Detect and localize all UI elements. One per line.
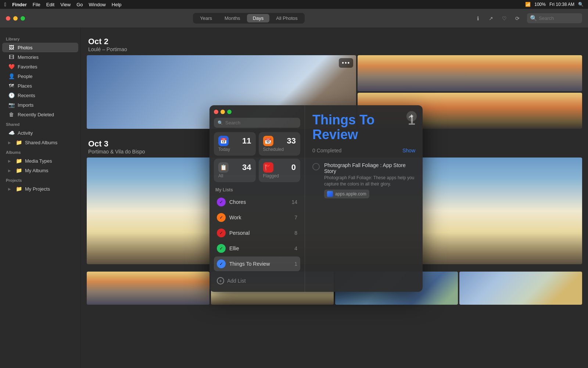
memories-icon: 🎞 bbox=[8, 54, 15, 60]
reminders-search-icon: 🔍 bbox=[218, 120, 223, 125]
maximize-button[interactable] bbox=[21, 16, 25, 21]
share-icon[interactable]: ↗ bbox=[486, 13, 496, 24]
menubar-search-icon[interactable]: 🔍 bbox=[578, 2, 584, 7]
all-label: All bbox=[218, 173, 251, 178]
sidebar-label-deleted: Recently Deleted bbox=[18, 112, 54, 117]
tab-all-photos[interactable]: All Photos bbox=[270, 14, 304, 22]
work-label: Work bbox=[229, 215, 294, 220]
sidebar-label-memories: Memories bbox=[18, 54, 39, 60]
sidebar-label-shared-albums: Shared Albums bbox=[25, 140, 57, 145]
favorites-icon: ❤️ bbox=[8, 64, 15, 70]
tab-days[interactable]: Days bbox=[247, 14, 270, 22]
today-icon: 📅 bbox=[218, 136, 229, 146]
sidebar-label-my-projects: My Projects bbox=[25, 186, 50, 192]
reminder-link-badge[interactable]: apps.apple.com bbox=[324, 190, 369, 198]
my-albums-icon: 📁 bbox=[15, 167, 22, 173]
list-item-chores[interactable]: ✓ Chores 14 bbox=[214, 195, 300, 209]
sidebar-item-deleted[interactable]: 🗑 Recently Deleted bbox=[2, 110, 78, 119]
reminders-min-btn[interactable] bbox=[220, 110, 225, 114]
menu-file[interactable]: File bbox=[33, 2, 40, 7]
today-label: Today bbox=[218, 147, 251, 152]
menu-window[interactable]: Window bbox=[89, 2, 106, 7]
my-lists-label: My Lists bbox=[214, 187, 300, 192]
photos-main-content: Oct 2 Loulé – Portimao ••• bbox=[81, 28, 588, 368]
date-header-oct2: Oct 2 Loulé – Portimao bbox=[87, 34, 582, 55]
photo-more-options[interactable]: ••• bbox=[339, 58, 353, 68]
reminders-search-bar[interactable]: 🔍 bbox=[214, 118, 300, 128]
close-button[interactable] bbox=[6, 16, 10, 21]
reminders-detail-panel: + Things To Review 1 0 Completed Show bbox=[305, 105, 423, 292]
personal-count: 8 bbox=[294, 230, 297, 236]
recents-icon: 🕐 bbox=[8, 92, 15, 98]
reminder-content: Photograph Fall Foliage : App Store Stor… bbox=[324, 162, 415, 198]
sidebar-label-favorites: Favorites bbox=[18, 64, 37, 70]
add-list-button[interactable]: + Add List bbox=[214, 274, 300, 287]
list-item-work[interactable]: ✓ Work 7 bbox=[214, 210, 300, 225]
flagged-label: Flagged bbox=[263, 173, 296, 178]
library-section-label: Library bbox=[0, 34, 80, 43]
sidebar-item-my-projects[interactable]: ▶ 📁 My Projects bbox=[2, 184, 78, 194]
add-list-label: Add List bbox=[227, 278, 246, 284]
media-types-icon: 📁 bbox=[15, 158, 22, 164]
all-icon: 📋 bbox=[218, 162, 229, 173]
expand-icon-media: ▶ bbox=[8, 159, 11, 163]
sidebar-item-media-types[interactable]: ▶ 📁 Media Types bbox=[2, 156, 78, 166]
menu-help[interactable]: Help bbox=[112, 2, 122, 7]
menu-go[interactable]: Go bbox=[76, 2, 83, 7]
sidebar-item-my-albums[interactable]: ▶ 📁 My Albums bbox=[2, 166, 78, 175]
menu-edit[interactable]: Edit bbox=[46, 2, 54, 7]
list-item-ellie[interactable]: ✓ Ellie 4 bbox=[214, 241, 300, 256]
menu-view[interactable]: View bbox=[60, 2, 71, 7]
sidebar-item-activity[interactable]: ☁️ Activity bbox=[2, 128, 78, 138]
sidebar-item-shared-albums[interactable]: ▶ 📁 Shared Albums bbox=[2, 138, 78, 147]
sidebar-item-imports[interactable]: 📷 Imports bbox=[2, 100, 78, 110]
stat-card-flagged[interactable]: 🚩 0 Flagged bbox=[259, 159, 301, 182]
reminders-window-controls bbox=[214, 110, 300, 114]
stat-card-scheduled[interactable]: 📆 33 Scheduled bbox=[259, 132, 301, 156]
sidebar-item-recents[interactable]: 🕐 Recents bbox=[2, 91, 78, 100]
app-body: Library 🖼 Photos 🎞 Memories ❤️ Favorites… bbox=[0, 28, 588, 368]
reminder-checkbox[interactable] bbox=[312, 163, 320, 170]
flagged-count: 0 bbox=[291, 163, 296, 172]
tab-months[interactable]: Months bbox=[219, 14, 246, 22]
minimize-button[interactable] bbox=[13, 16, 18, 21]
menubar-time: Fri 10:38 AM bbox=[549, 2, 574, 7]
favorite-icon[interactable]: ♡ bbox=[499, 13, 509, 24]
menu-finder[interactable]: Finder bbox=[12, 2, 27, 7]
photo-strip-4[interactable] bbox=[459, 272, 582, 305]
review-dot: ✓ bbox=[217, 259, 226, 268]
completed-row: 0 Completed Show bbox=[312, 148, 415, 153]
show-link[interactable]: Show bbox=[402, 148, 415, 153]
menubar:  Finder File Edit View Go Window Help 📶… bbox=[0, 0, 588, 9]
scheduled-label: Scheduled bbox=[263, 147, 296, 152]
info-icon[interactable]: ℹ bbox=[473, 13, 483, 24]
reminders-search-input[interactable] bbox=[225, 120, 297, 125]
sidebar-item-favorites[interactable]: ❤️ Favorites bbox=[2, 62, 78, 71]
stat-card-all[interactable]: 📋 34 All bbox=[214, 159, 256, 182]
tab-years[interactable]: Years bbox=[194, 14, 218, 22]
list-item-personal[interactable]: ✓ Personal 8 bbox=[214, 226, 300, 240]
search-bar[interactable]: 🔍 bbox=[527, 13, 582, 23]
window-controls bbox=[6, 16, 25, 21]
add-reminder-button[interactable]: + bbox=[406, 111, 417, 121]
reminders-sidebar: 🔍 📅 11 Today 📆 bbox=[209, 105, 305, 292]
list-item-review[interactable]: ✓ Things To Review 1 bbox=[214, 256, 300, 271]
reminders-max-btn[interactable] bbox=[227, 110, 232, 114]
sidebar-item-photos[interactable]: 🖼 Photos bbox=[2, 43, 78, 52]
rotate-icon[interactable]: ⟳ bbox=[512, 13, 523, 24]
photo-strip-1[interactable] bbox=[87, 272, 209, 305]
stat-card-today[interactable]: 📅 11 Today bbox=[214, 132, 256, 156]
sidebar-item-people[interactable]: 👤 People bbox=[2, 71, 78, 81]
completed-text: 0 Completed bbox=[312, 148, 341, 153]
sidebar-label-my-albums: My Albums bbox=[25, 168, 49, 173]
work-count: 7 bbox=[294, 215, 297, 220]
apple-menu[interactable]:  bbox=[4, 1, 6, 7]
reminders-close-btn[interactable] bbox=[214, 110, 218, 114]
photo-marina[interactable] bbox=[358, 55, 582, 91]
search-input[interactable] bbox=[539, 15, 579, 21]
reminders-window: 🔍 📅 11 Today 📆 bbox=[209, 105, 423, 292]
sidebar-item-places[interactable]: 🗺 Places bbox=[2, 81, 78, 91]
review-label: Things To Review bbox=[229, 261, 294, 267]
sidebar-label-media-types: Media Types bbox=[25, 158, 52, 164]
sidebar-item-memories[interactable]: 🎞 Memories bbox=[2, 52, 78, 62]
